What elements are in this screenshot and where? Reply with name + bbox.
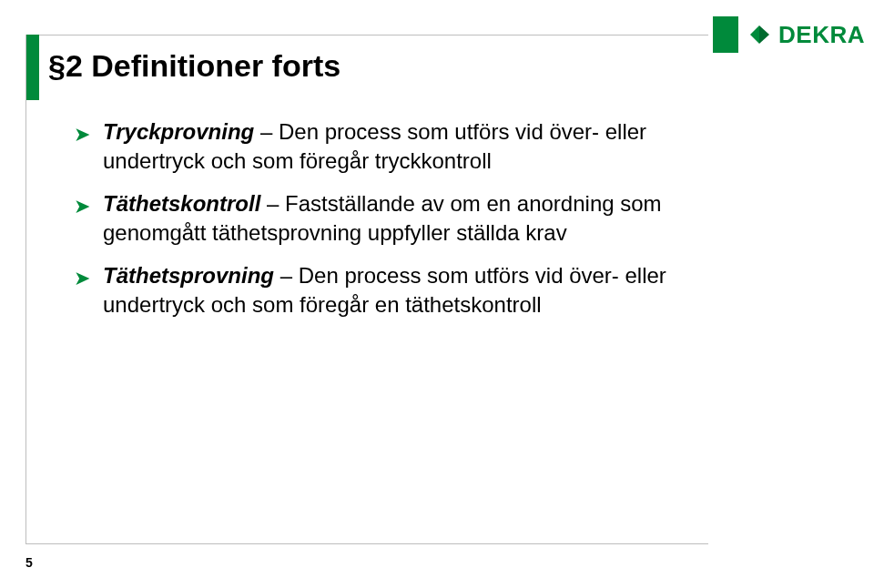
- accent-stripe: [713, 16, 738, 53]
- list-item: ➤ Täthetskontroll – Fastställande av om …: [74, 189, 676, 248]
- bullet-text: Täthetskontroll – Fastställande av om en…: [103, 191, 662, 245]
- brand-name: DEKRA: [778, 21, 865, 49]
- content-frame: §2 Definitioner forts ➤ Tryckprovning – …: [25, 35, 708, 544]
- slide-title: §2 Definitioner forts: [48, 48, 340, 84]
- bullet-text: Täthetsprovning – Den process som utförs…: [103, 263, 666, 317]
- bullet-text: Tryckprovning – Den process som utförs v…: [103, 119, 646, 173]
- page-number: 5: [25, 555, 33, 570]
- bullet-list: ➤ Tryckprovning – Den process som utförs…: [74, 117, 676, 332]
- list-item: ➤ Tryckprovning – Den process som utförs…: [74, 117, 676, 177]
- term: Tryckprovning: [103, 119, 254, 144]
- list-item: ➤ Täthetsprovning – Den process som utfö…: [74, 261, 676, 320]
- term: Täthetskontroll: [103, 191, 260, 216]
- side-accent-tab: [26, 35, 39, 100]
- header-bar: DEKRA: [713, 16, 874, 53]
- logo-mark-icon: [747, 22, 773, 47]
- slide-page: DEKRA §2 Definitioner forts ➤ Tryckprovn…: [0, 0, 874, 588]
- chevron-right-icon: ➤: [74, 193, 90, 220]
- term: Täthetsprovning: [103, 263, 274, 288]
- chevron-right-icon: ➤: [74, 265, 90, 292]
- brand-logo: DEKRA: [747, 16, 874, 53]
- chevron-right-icon: ➤: [74, 121, 90, 148]
